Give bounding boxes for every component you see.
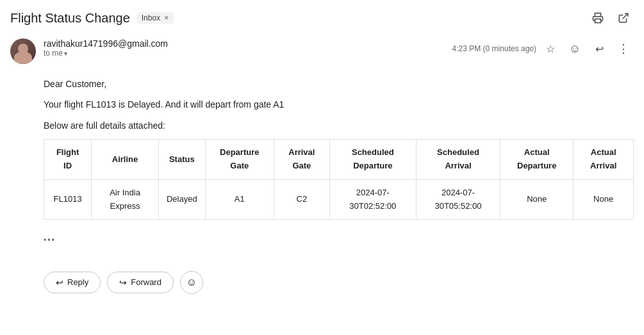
col-scheduled-departure: Scheduled Departure <box>329 140 416 180</box>
email-footer: ↩ Reply ↪ Forward ☺ <box>0 261 644 304</box>
col-airline: Airline <box>92 140 159 180</box>
flight-table-body: FL1013Air India ExpressDelayedA1C22024-0… <box>44 179 634 220</box>
emoji-reaction-button[interactable]: ☺ <box>565 38 585 59</box>
new-window-icon <box>618 12 629 24</box>
table-cell: A1 <box>205 179 274 220</box>
forward-button[interactable]: ↪ Forward <box>107 272 174 293</box>
svg-line-1 <box>623 13 628 19</box>
inbox-badge-close[interactable]: × <box>164 13 169 22</box>
email-body: Dear Customer, Your flight FL1013 is Del… <box>0 69 644 261</box>
table-cell: Delayed <box>158 179 205 220</box>
header-actions <box>588 8 634 28</box>
sender-actions: 4:23 PM (0 minutes ago) ☆ ☺ ↩ ⋮ <box>452 38 634 59</box>
dots: ••• <box>44 236 56 245</box>
inbox-badge: Inbox × <box>136 12 174 24</box>
table-cell: None <box>500 179 574 220</box>
col-arrival-gate: Arrival Gate <box>274 140 329 180</box>
inbox-label: Inbox <box>142 13 160 22</box>
sender-email: ravithakur1471996@gmail.com <box>44 38 452 49</box>
table-cell: Air India Express <box>92 179 159 220</box>
footer-emoji-icon: ☺ <box>186 277 197 288</box>
col-status: Status <box>158 140 205 180</box>
forward-arrow-icon: ↪ <box>119 277 127 288</box>
email-container: Flight Status Change Inbox × <box>0 0 644 335</box>
print-icon <box>592 12 604 24</box>
sender-info: ravithakur1471996@gmail.com to me ▾ <box>44 38 452 58</box>
chevron-down-icon: ▾ <box>64 50 67 57</box>
table-cell: 2024-07-30T05:52:00 <box>416 179 500 220</box>
avatar <box>10 38 36 64</box>
reply-label: Reply <box>67 277 88 287</box>
email-header: Flight Status Change Inbox × <box>0 0 644 33</box>
flight-table: Flight ID Airline Status Departure Gate … <box>44 139 634 220</box>
col-actual-departure: Actual Departure <box>500 140 574 180</box>
col-departure-gate: Departure Gate <box>205 140 274 180</box>
col-actual-arrival: Actual Arrival <box>574 140 634 180</box>
table-cell: FL1013 <box>44 179 92 220</box>
sender-row: ravithakur1471996@gmail.com to me ▾ 4:23… <box>0 33 644 69</box>
star-icon: ☆ <box>546 43 555 55</box>
star-button[interactable]: ☆ <box>540 38 561 59</box>
greeting: Dear Customer, <box>44 77 634 91</box>
table-cell: None <box>574 179 634 220</box>
emoji-icon: ☺ <box>569 42 581 56</box>
table-cell: 2024-07-30T02:52:00 <box>329 179 416 220</box>
dots-row: ••• <box>44 229 634 253</box>
footer-emoji-button[interactable]: ☺ <box>180 271 203 294</box>
message: Your flight FL1013 is Delayed. And it wi… <box>44 97 634 111</box>
print-button[interactable] <box>588 8 608 28</box>
more-options-button[interactable]: ⋮ <box>613 38 634 59</box>
new-window-button[interactable] <box>613 8 634 28</box>
reply-header-button[interactable]: ↩ <box>589 38 609 59</box>
email-timestamp: 4:23 PM (0 minutes ago) <box>452 44 536 53</box>
reply-arrow-icon: ↩ <box>56 277 63 288</box>
reply-button[interactable]: ↩ Reply <box>44 272 101 293</box>
email-title: Flight Status Change <box>10 11 130 26</box>
sender-to[interactable]: to me ▾ <box>44 49 452 58</box>
col-scheduled-arrival: Scheduled Arrival <box>416 140 500 180</box>
svg-rect-0 <box>595 19 601 23</box>
forward-label: Forward <box>131 277 161 287</box>
table-row: FL1013Air India ExpressDelayedA1C22024-0… <box>44 179 634 220</box>
table-cell: C2 <box>274 179 329 220</box>
more-icon: ⋮ <box>618 42 630 56</box>
reply-header-icon: ↩ <box>595 43 604 55</box>
link-text: Below are full details attached: <box>44 118 634 133</box>
col-flight-id: Flight ID <box>44 140 92 180</box>
table-header-row: Flight ID Airline Status Departure Gate … <box>44 140 634 180</box>
